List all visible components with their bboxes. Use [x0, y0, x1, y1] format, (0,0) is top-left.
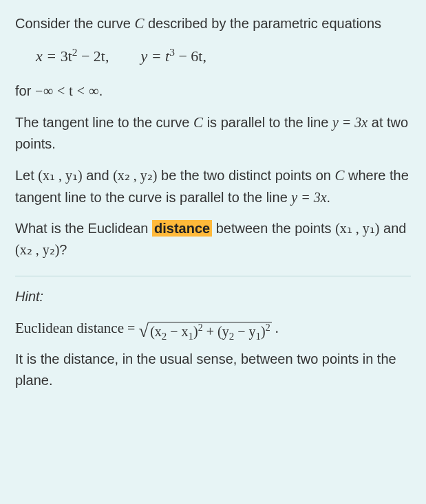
radical-icon: √ [138, 323, 149, 340]
point-2: (x₂ , y₂) [15, 242, 59, 257]
eq-y-lhs: y = [140, 47, 165, 65]
domain-expression: −∞ < t < ∞ [35, 83, 99, 98]
hint-text: It is the distance, in the usual sense, … [15, 349, 411, 391]
text: . [99, 83, 103, 98]
text: for [15, 83, 35, 98]
intro-paragraph: Consider the curve C described by the pa… [15, 12, 411, 35]
text: What is the Euclidean [15, 221, 152, 236]
curve-symbol: C [193, 114, 203, 131]
equals: = [124, 320, 138, 336]
curve-symbol: C [134, 15, 144, 32]
text: Consider the curve [15, 16, 134, 31]
text: The tangent line to the curve [15, 115, 193, 130]
points-paragraph: Let (x₁ , y₁) and (x₂ , y₂) be the two d… [15, 164, 411, 208]
text: and [83, 168, 113, 183]
eq-x-term2: − 2t, [77, 47, 109, 65]
sqrt-expression: √ (x2 − x1)2 + (y2 − y1)2 [138, 322, 271, 338]
hint-formula-line: Euclidean distance = √ (x2 − x1)2 + (y2 … [15, 317, 411, 340]
domain-line: for −∞ < t < ∞. [15, 80, 411, 102]
tangent-paragraph: The tangent line to the curve C is paral… [15, 111, 411, 155]
eq-x-term1: 3t2 [61, 47, 78, 65]
eq-x-lhs: x = [36, 47, 61, 65]
eq-y-term2: − 6t, [175, 47, 206, 65]
highlight-distance: distance [152, 220, 212, 237]
text: described by the parametric equations [144, 16, 381, 31]
eq-y-term1: t3 [165, 47, 175, 65]
text: and [380, 221, 407, 236]
text: ? [59, 242, 67, 257]
line-equation: y = 3x [291, 190, 326, 205]
text: Let [15, 168, 38, 183]
text: between the points [212, 221, 335, 236]
text: is parallel to the line [203, 115, 332, 130]
radicand: (x2 − x1)2 + (y2 − y1)2 [149, 322, 272, 338]
hint-label: Hint: [15, 286, 411, 307]
point-1: (x₁ , y₁) [38, 168, 82, 183]
hint-name: Euclidean distance [15, 320, 124, 336]
text: . [272, 320, 279, 336]
question-paragraph: What is the Euclidean distance between t… [15, 218, 411, 261]
text: be the two distinct points on [158, 168, 335, 183]
text: . [327, 190, 331, 205]
point-1: (x₁ , y₁) [335, 221, 379, 236]
separator [15, 276, 411, 276]
line-equation: y = 3x [332, 115, 368, 130]
point-2: (x₂ , y₂) [113, 168, 157, 183]
parametric-equations: x = 3t2 − 2t,y = t3 − 6t, [36, 45, 411, 68]
problem-page: Consider the curve C described by the pa… [0, 0, 426, 416]
curve-symbol: C [334, 167, 344, 184]
